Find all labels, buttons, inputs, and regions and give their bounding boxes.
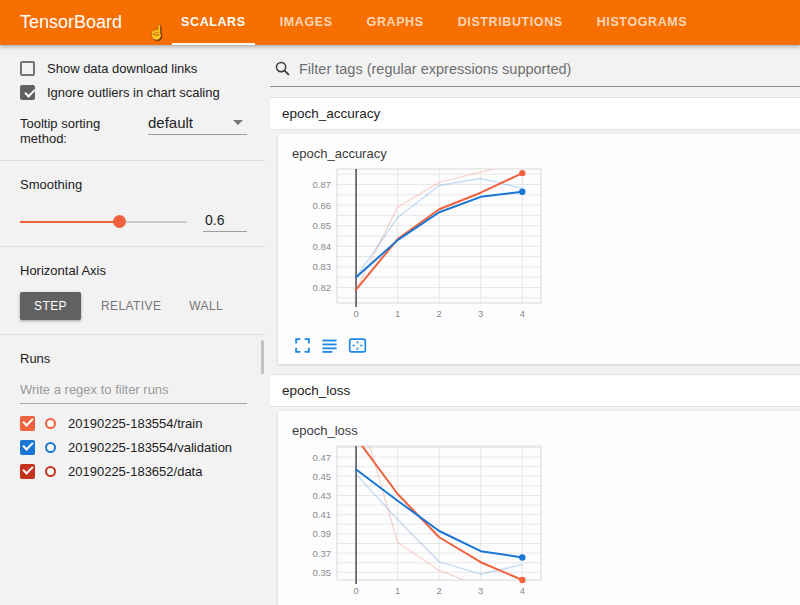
svg-text:0: 0 [353,585,358,596]
chart-title: epoch_accuracy [292,146,800,161]
svg-text:0.35: 0.35 [313,567,332,578]
smoothing-value[interactable]: 0.6 [203,212,247,232]
svg-text:0.41: 0.41 [313,509,332,520]
svg-text:0.39: 0.39 [313,528,332,539]
run-row[interactable]: 20190225-183652/data [20,464,247,479]
svg-text:0.87: 0.87 [313,179,332,190]
svg-text:2: 2 [437,585,442,596]
svg-text:4: 4 [520,308,525,319]
tab-histograms[interactable]: HISTOGRAMS [580,0,705,45]
ignore-outliers-row[interactable]: Ignore outliers in chart scaling [20,85,247,100]
svg-text:0.84: 0.84 [313,241,332,252]
smoothing-section: Smoothing 0.6 [0,160,265,246]
sidebar-scrollbar[interactable] [261,340,264,374]
runs-label: Runs [20,351,247,366]
svg-text:0.43: 0.43 [313,490,332,501]
ignore-outliers-checkbox[interactable] [20,85,35,100]
horizontal-axis-section: Horizontal Axis STEPRELATIVEWALL [0,246,265,334]
run-radio[interactable] [45,442,56,453]
tab-distributions[interactable]: DISTRIBUTIONS [441,0,580,45]
svg-text:3: 3 [478,308,483,319]
svg-text:1: 1 [395,585,400,596]
tag-filter-input[interactable] [299,61,800,77]
tag-section-epoch-accuracy: epoch_accuracy epoch_accuracy 0.820.830.… [270,97,800,364]
general-settings-section: Show data download links Ignore outliers… [0,45,265,160]
run-checkbox[interactable] [20,416,35,431]
show-data-download-links-checkbox[interactable] [20,61,35,76]
chevron-down-icon [233,120,243,125]
run-radio[interactable] [45,466,56,477]
tag-section-header[interactable]: epoch_loss [270,374,800,407]
axis-button-wall[interactable]: WALL [175,292,237,320]
data-table-icon[interactable] [321,337,338,354]
smoothing-slider-fill [20,221,120,223]
app-header: TensorBoard SCALARSIMAGESGRAPHSDISTRIBUT… [0,0,800,45]
run-label: 20190225-183554/validation [68,440,232,455]
tag-filter-row [270,45,800,87]
runs-filter-input[interactable] [20,380,247,404]
svg-text:0.37: 0.37 [313,548,332,559]
search-icon [274,60,291,77]
horizontal-axis-label: Horizontal Axis [20,263,247,278]
runs-list: 20190225-183554/train20190225-183554/val… [20,416,247,479]
horizontal-axis-buttons: STEPRELATIVEWALL [20,292,247,320]
tooltip-sorting-dropdown[interactable]: default [148,114,247,135]
smoothing-slider[interactable] [20,221,187,223]
fit-domain-icon[interactable] [348,337,367,354]
svg-text:3: 3 [478,585,483,596]
svg-text:2: 2 [437,308,442,319]
tooltip-sorting-label: Tooltip sorting method: [20,116,140,146]
tooltip-sorting-value: default [148,114,193,131]
line-chart[interactable]: 0.820.830.840.850.860.8701234 [288,165,800,329]
run-row[interactable]: 20190225-183554/train [20,416,247,431]
nav-tabs: SCALARSIMAGESGRAPHSDISTRIBUTIONSHISTOGRA… [164,0,704,45]
run-label: 20190225-183554/train [68,416,202,431]
show-data-download-links-row[interactable]: Show data download links [20,61,247,76]
axis-button-relative[interactable]: RELATIVE [87,292,175,320]
smoothing-label: Smoothing [20,177,247,192]
checkbox-label: Ignore outliers in chart scaling [47,85,220,100]
svg-text:0.47: 0.47 [313,452,332,463]
tab-images[interactable]: IMAGES [263,0,350,45]
svg-text:4: 4 [520,585,525,596]
fullscreen-icon[interactable] [294,337,311,354]
chart-card: epoch_accuracy 0.820.830.840.850.860.870… [278,134,800,364]
svg-text:1: 1 [395,308,400,319]
smoothing-slider-thumb[interactable] [113,215,126,228]
svg-text:0: 0 [353,308,358,319]
settings-sidebar: Show data download links Ignore outliers… [0,45,265,605]
run-label: 20190225-183652/data [68,464,202,479]
svg-text:0.83: 0.83 [313,261,332,272]
run-radio[interactable] [45,418,56,429]
mouse-cursor-icon: ☝ [148,24,165,40]
runs-section: Runs 20190225-183554/train20190225-18355… [0,334,265,502]
app-title: TensorBoard [20,0,122,45]
chart-toolbar [294,337,800,354]
tab-graphs[interactable]: GRAPHS [350,0,441,45]
run-checkbox[interactable] [20,464,35,479]
svg-text:0.45: 0.45 [313,471,332,482]
checkbox-label: Show data download links [47,61,197,76]
tag-section-header[interactable]: epoch_accuracy [270,97,800,130]
svg-text:0.85: 0.85 [313,220,332,231]
run-row[interactable]: 20190225-183554/validation [20,440,247,455]
svg-text:0.82: 0.82 [313,282,332,293]
axis-button-step[interactable]: STEP [20,292,81,320]
tab-scalars[interactable]: SCALARS [164,0,263,45]
svg-text:0.86: 0.86 [313,200,332,211]
chart-card: epoch_loss 0.350.370.390.410.430.450.470… [278,411,800,605]
line-chart[interactable]: 0.350.370.390.410.430.450.4701234 [288,442,800,605]
chart-title: epoch_loss [292,423,800,438]
tag-section-epoch-loss: epoch_loss epoch_loss 0.350.370.390.410.… [270,374,800,605]
dashboard-main: epoch_accuracy epoch_accuracy 0.820.830.… [265,45,800,605]
run-checkbox[interactable] [20,440,35,455]
